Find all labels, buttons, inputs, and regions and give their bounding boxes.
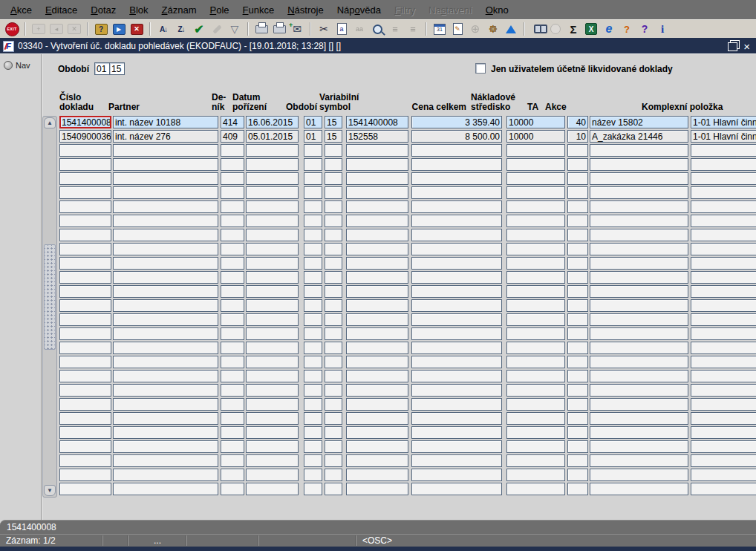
cell-akce[interactable]	[590, 469, 688, 481]
cell-obdobi1[interactable]	[304, 370, 322, 382]
scroll-up-button[interactable]: ▲	[44, 117, 56, 128]
cell-nakladove_stredisko[interactable]	[506, 384, 565, 397]
cell-partner[interactable]	[113, 454, 218, 467]
cell-cislo_dokladu[interactable]	[59, 229, 111, 241]
filter-icon[interactable]: ▽	[226, 22, 244, 37]
cell-denik[interactable]	[221, 299, 244, 312]
cell-komplexni_polozka[interactable]	[691, 483, 756, 495]
cell-cislo_dokladu[interactable]	[59, 271, 111, 284]
sort-desc-icon[interactable]: Z↓	[172, 22, 190, 37]
cell-akce[interactable]	[590, 186, 688, 199]
cell-nakladove_stredisko[interactable]: 10000	[506, 116, 565, 128]
cell-partner[interactable]	[113, 412, 218, 425]
cell-ta[interactable]	[567, 257, 588, 270]
cell-obdobi1[interactable]	[304, 398, 322, 411]
cell-akce[interactable]	[590, 454, 688, 467]
cell-variabilni_symbol[interactable]	[346, 440, 408, 453]
cell-akce[interactable]: název 15802	[590, 116, 688, 128]
cell-obdobi1[interactable]	[304, 172, 322, 185]
cell-akce[interactable]	[590, 215, 688, 227]
cell-komplexni_polozka[interactable]	[691, 398, 756, 411]
cell-cena_celkem[interactable]	[411, 257, 502, 270]
close-window-button[interactable]: ×	[743, 41, 750, 52]
sum-icon[interactable]: Σ	[564, 22, 582, 37]
cell-ta[interactable]	[567, 158, 588, 171]
cell-partner[interactable]	[113, 271, 218, 284]
vertical-scrollbar[interactable]: ▲ ▼	[42, 116, 57, 498]
cell-ta[interactable]	[567, 299, 588, 312]
cell-cena_celkem[interactable]	[411, 285, 502, 298]
cell-variabilni_symbol[interactable]	[346, 469, 408, 481]
cell-nakladove_stredisko[interactable]	[506, 398, 565, 411]
cell-variabilni_symbol[interactable]	[346, 313, 408, 326]
cell-ta[interactable]: 10	[567, 130, 588, 143]
obdobi-month-field[interactable]: 01	[94, 62, 110, 75]
cell-akce[interactable]	[590, 412, 688, 425]
cell-ta[interactable]	[567, 483, 588, 495]
cell-nakladove_stredisko[interactable]	[506, 370, 565, 382]
cell-datum_porizeni[interactable]	[246, 440, 299, 453]
cell-komplexni_polozka[interactable]	[691, 313, 756, 326]
cell-obdobi1[interactable]	[304, 271, 322, 284]
cell-denik[interactable]	[221, 356, 244, 368]
cell-obdobi1[interactable]	[304, 469, 322, 481]
excel-icon[interactable]: X	[582, 22, 600, 37]
cell-obdobi2[interactable]	[325, 440, 342, 453]
browser-icon[interactable]: e	[600, 22, 618, 37]
cell-cislo_dokladu[interactable]	[59, 243, 111, 255]
cell-obdobi1[interactable]	[304, 412, 322, 425]
cell-obdobi2[interactable]	[325, 144, 342, 157]
scrollbar-thumb[interactable]	[44, 244, 56, 350]
cell-obdobi2[interactable]	[325, 200, 342, 213]
cell-denik[interactable]	[221, 158, 244, 171]
paste-icon[interactable]: a	[333, 22, 351, 37]
print-icon[interactable]	[252, 22, 270, 37]
cell-nakladove_stredisko[interactable]	[506, 327, 565, 340]
cell-komplexni_polozka[interactable]	[691, 215, 756, 227]
cell-komplexni_polozka[interactable]	[691, 384, 756, 397]
cell-variabilni_symbol[interactable]: 1541400008	[346, 116, 408, 128]
cell-partner[interactable]: int. název 10188	[113, 116, 218, 128]
cell-cena_celkem[interactable]	[411, 144, 502, 157]
cell-denik[interactable]	[221, 172, 244, 185]
cell-variabilni_symbol[interactable]: 152558	[346, 130, 408, 143]
cell-datum_porizeni[interactable]	[246, 285, 299, 298]
cell-cena_celkem[interactable]	[411, 356, 502, 368]
cell-cislo_dokladu[interactable]	[59, 384, 111, 397]
cell-denik[interactable]	[221, 229, 244, 241]
cell-komplexni_polozka[interactable]	[691, 412, 756, 425]
doc-edit-icon[interactable]: ✎	[449, 22, 466, 37]
cell-ta[interactable]	[567, 229, 588, 241]
execute-query-icon[interactable]: ▶	[110, 22, 128, 37]
cell-obdobi2[interactable]: 15	[325, 116, 342, 128]
cell-cislo_dokladu[interactable]	[59, 200, 111, 213]
enter-query-icon[interactable]: ?	[92, 22, 110, 37]
cell-ta[interactable]	[567, 215, 588, 227]
cell-obdobi1[interactable]	[304, 384, 322, 397]
cell-cena_celkem[interactable]	[411, 271, 502, 284]
cell-variabilni_symbol[interactable]	[346, 172, 408, 185]
cell-obdobi2[interactable]	[325, 412, 342, 425]
cell-komplexni_polozka[interactable]	[691, 426, 756, 439]
cell-cena_celkem[interactable]	[411, 299, 502, 312]
cell-ta[interactable]	[567, 313, 588, 326]
cell-variabilni_symbol[interactable]	[346, 158, 408, 171]
cell-cena_celkem[interactable]	[411, 200, 502, 213]
cell-partner[interactable]	[113, 186, 218, 199]
cell-cena_celkem[interactable]	[411, 327, 502, 340]
cell-cena_celkem[interactable]	[411, 229, 502, 241]
cell-akce[interactable]	[590, 327, 688, 340]
cell-obdobi2[interactable]	[325, 243, 342, 255]
cell-nakladove_stredisko[interactable]	[506, 158, 565, 171]
cell-obdobi2[interactable]	[325, 215, 342, 227]
cell-cena_celkem[interactable]	[411, 412, 502, 425]
cell-cislo_dokladu[interactable]	[59, 313, 111, 326]
cell-denik[interactable]	[221, 370, 244, 382]
obdobi-year-field[interactable]: 15	[109, 62, 125, 75]
cell-akce[interactable]	[590, 172, 688, 185]
menu-item-funkce[interactable]: Funkce	[237, 2, 281, 18]
cell-datum_porizeni[interactable]: 05.01.2015	[246, 130, 299, 143]
cell-obdobi2[interactable]	[325, 271, 342, 284]
cell-denik[interactable]	[221, 454, 244, 467]
cell-komplexni_polozka[interactable]	[691, 327, 756, 340]
